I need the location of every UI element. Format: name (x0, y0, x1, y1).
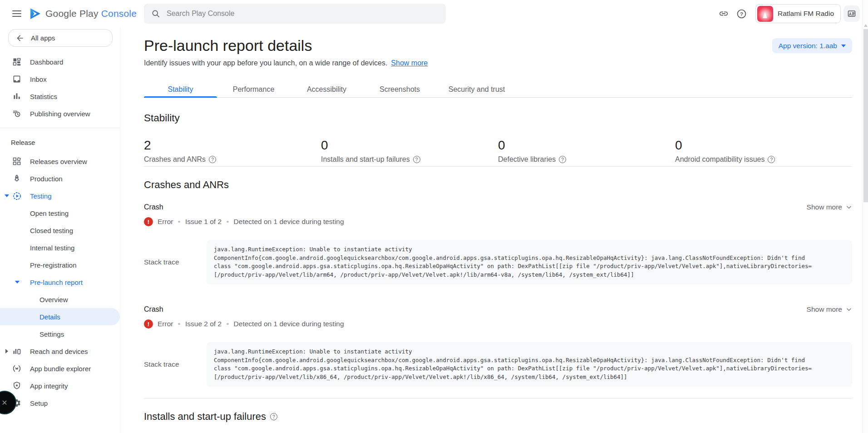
chevron-down-icon (846, 306, 852, 313)
scrollbar-thumb[interactable] (863, 29, 868, 202)
sidebar-item-inbox[interactable]: Inbox (0, 70, 120, 88)
help-icon[interactable]: ? (768, 156, 775, 163)
stability-heading: Stability (144, 111, 852, 125)
severity-label: Error (158, 218, 173, 226)
dashboard-icon (12, 57, 22, 67)
badge-icon[interactable] (843, 5, 860, 22)
sidebar-item-settings[interactable]: Settings (0, 325, 120, 343)
main-content: App version: 1.aab Pre-launch report det… (120, 27, 868, 433)
chevron-down-icon (846, 204, 852, 210)
sidebar-item-app-integrity[interactable]: App integrity (0, 377, 120, 394)
tab-accessibility[interactable]: Accessibility (290, 82, 363, 97)
sidebar-item-closed-testing[interactable]: Closed testing (0, 222, 120, 239)
stat-crashes-anrs: 2 Crashes and ANRs? (144, 138, 321, 164)
sidebar-item-open-testing[interactable]: Open testing (0, 204, 120, 222)
crashes-heading: Crashes and ANRs (144, 179, 852, 191)
menu-icon[interactable] (12, 10, 21, 17)
show-more-button[interactable]: Show more (807, 305, 852, 314)
crash-card-1: Crash Show more ! Error Issue 1 of 2 Det… (144, 203, 852, 284)
page-subtitle: Identify issues with your app before you… (144, 58, 852, 68)
sidebar-item-details[interactable]: Details (0, 308, 120, 325)
error-icon: ! (144, 217, 153, 226)
app-integrity-icon (12, 381, 22, 391)
detection-text: Detected on 1 device during testing (234, 320, 344, 328)
production-icon (12, 174, 22, 184)
logo-text: Google Play Console (45, 8, 137, 19)
all-apps-button[interactable]: All apps (8, 29, 113, 47)
stack-trace-label: Stack trace (144, 360, 207, 368)
chevron-right-icon[interactable] (4, 348, 10, 354)
app-bundle-explorer-icon (12, 363, 22, 373)
help-icon[interactable]: ? (209, 156, 216, 163)
chevron-down-icon[interactable] (15, 279, 20, 285)
chevron-down-icon[interactable] (4, 193, 10, 199)
play-console-logo[interactable]: Google Play Console (28, 7, 137, 20)
back-arrow-icon (15, 34, 25, 43)
severity-label: Error (158, 320, 173, 328)
sidebar-item-setup[interactable]: Setup (0, 394, 120, 412)
tab-screenshots[interactable]: Screenshots (363, 82, 436, 97)
stack-trace-row: Stack trace java.lang.RuntimeException: … (144, 342, 852, 387)
sidebar-divider (0, 128, 120, 128)
top-bar: Google Play Console ? Ratlami FM Radio (0, 0, 868, 27)
crash-type-label: Crash (144, 203, 163, 211)
help-icon[interactable]: ? (270, 413, 277, 420)
sidebar-item-pre-registration[interactable]: Pre-registration (0, 256, 120, 274)
sidebar-item-overview[interactable]: Overview (0, 291, 120, 308)
app-avatar (757, 6, 773, 22)
sidebar-item-dashboard[interactable]: Dashboard (0, 53, 120, 70)
help-icon[interactable]: ? (733, 5, 751, 23)
link-icon[interactable] (715, 5, 733, 23)
help-icon[interactable]: ? (559, 156, 566, 163)
sidebar-item-releases-overview[interactable]: Releases overview (0, 153, 120, 170)
tab-performance[interactable]: Performance (217, 82, 290, 97)
sidebar: All apps Dashboard Inbox Statistics Publ… (0, 27, 120, 433)
stat-android-compatibility: 0 Android compatibility issues? (675, 138, 852, 164)
app-version-dropdown[interactable]: App version: 1.aab (772, 38, 852, 53)
help-icon[interactable]: ? (413, 156, 420, 163)
search-input[interactable] (167, 10, 421, 18)
show-more-button[interactable]: Show more (807, 203, 852, 211)
show-more-link[interactable]: Show more (391, 59, 428, 67)
account-chip[interactable]: Ratlami FM Radio (755, 4, 841, 23)
play-console-app: Google Play Console ? Ratlami FM Radio (0, 0, 868, 433)
sidebar-item-pre-launch-report[interactable]: Pre-launch report (0, 274, 120, 291)
releases-overview-icon (12, 156, 22, 166)
app-version-label: App version: 1.aab (779, 42, 837, 50)
issue-position: Issue 2 of 2 (185, 320, 222, 328)
tab-stability[interactable]: Stability (144, 82, 217, 97)
sidebar-item-publishing-overview[interactable]: Publishing overview (0, 105, 120, 122)
reach-and-devices-icon (12, 346, 22, 356)
tab-security-and-trust[interactable]: Security and trust (436, 82, 517, 97)
page-title: Pre-launch report details (144, 35, 852, 55)
sidebar-item-testing[interactable]: Testing (0, 187, 120, 204)
scroll-up-arrow-icon[interactable] (864, 24, 868, 27)
crash-meta-row: ! Error Issue 2 of 2 Detected on 1 devic… (144, 319, 852, 328)
section-divider (144, 166, 852, 167)
vertical-scrollbar[interactable] (863, 0, 868, 433)
stack-trace-content[interactable]: java.lang.RuntimeException: Unable to in… (207, 240, 852, 284)
stack-trace-label: Stack trace (144, 258, 207, 266)
publishing-overview-icon (12, 109, 22, 119)
issue-position: Issue 1 of 2 (185, 218, 222, 226)
stat-install-failures: 0 Installs and start-up failures? (321, 138, 498, 164)
stability-stats: 2 Crashes and ANRs? 0 Installs and start… (144, 138, 852, 164)
statistics-icon (12, 91, 22, 101)
installs-heading: Installs and start-up failures ? (144, 410, 852, 423)
search-bar[interactable] (144, 4, 446, 24)
detection-text: Detected on 1 device during testing (234, 218, 344, 226)
sidebar-item-production[interactable]: Production (0, 170, 120, 187)
testing-icon (12, 191, 22, 201)
stack-trace-row: Stack trace java.lang.RuntimeException: … (144, 240, 852, 284)
sidebar-section-release: Release (0, 134, 120, 153)
svg-text:?: ? (740, 11, 743, 16)
search-icon (151, 9, 160, 18)
sidebar-item-app-bundle-explorer[interactable]: App bundle explorer (0, 360, 120, 377)
chevron-down-icon (841, 45, 846, 47)
stack-trace-content[interactable]: java.lang.RuntimeException: Unable to in… (207, 342, 852, 387)
sidebar-item-statistics[interactable]: Statistics (0, 88, 120, 105)
sidebar-item-internal-testing[interactable]: Internal testing (0, 239, 120, 256)
crash-meta-row: ! Error Issue 1 of 2 Detected on 1 devic… (144, 217, 852, 226)
sidebar-item-reach-and-devices[interactable]: Reach and devices (0, 343, 120, 360)
account-name: Ratlami FM Radio (778, 10, 834, 18)
